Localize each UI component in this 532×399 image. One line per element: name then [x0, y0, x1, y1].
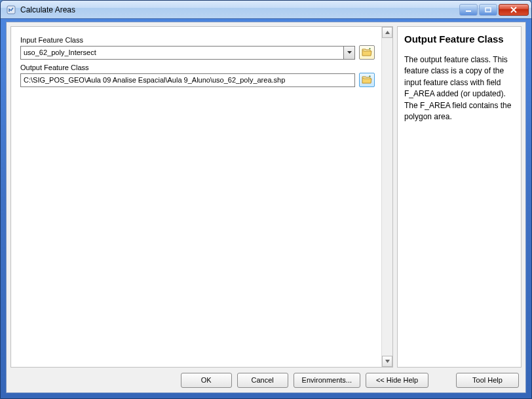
- close-button[interactable]: [499, 4, 529, 16]
- scroll-up-icon[interactable]: [382, 27, 392, 38]
- input-feature-label: Input Feature Class: [20, 36, 375, 44]
- svg-rect-2: [485, 8, 491, 12]
- svg-rect-1: [466, 10, 471, 12]
- window-controls: [459, 4, 529, 16]
- input-feature-browse-button[interactable]: [359, 45, 375, 60]
- input-feature-combo[interactable]: [20, 46, 355, 60]
- help-panel: Output Feature Class The output feature …: [397, 26, 522, 368]
- titlebar[interactable]: Calculate Areas: [1, 1, 531, 19]
- tool-help-button[interactable]: Tool Help: [456, 373, 519, 388]
- button-bar: OK Cancel Environments... << Hide Help T…: [7, 368, 525, 392]
- cancel-button[interactable]: Cancel: [237, 373, 288, 388]
- minimize-button[interactable]: [459, 4, 478, 16]
- parameters-scrollbar[interactable]: [381, 27, 392, 367]
- help-body: The output feature class. This feature c…: [404, 54, 514, 123]
- output-feature-label: Output Feature Class: [20, 64, 375, 71]
- scroll-down-icon[interactable]: [382, 356, 392, 367]
- app-icon: [6, 5, 16, 15]
- help-title: Output Feature Class: [404, 33, 514, 45]
- maximize-button[interactable]: [479, 4, 497, 16]
- environments-button[interactable]: Environments...: [294, 373, 360, 388]
- output-feature-field[interactable]: [20, 73, 355, 87]
- parameters-panel: Input Feature Class: [10, 26, 393, 368]
- hide-help-button[interactable]: << Hide Help: [366, 373, 428, 388]
- output-feature-browse-button[interactable]: [359, 73, 375, 87]
- ok-button[interactable]: OK: [181, 373, 232, 388]
- client-area: Input Feature Class: [6, 22, 526, 393]
- window-title: Calculate Areas: [20, 5, 75, 14]
- scroll-track[interactable]: [382, 38, 392, 356]
- input-feature-field[interactable]: [21, 47, 343, 59]
- window-frame: Calculate Areas Input Feature Class: [0, 0, 532, 399]
- input-feature-dropdown-icon[interactable]: [343, 47, 354, 59]
